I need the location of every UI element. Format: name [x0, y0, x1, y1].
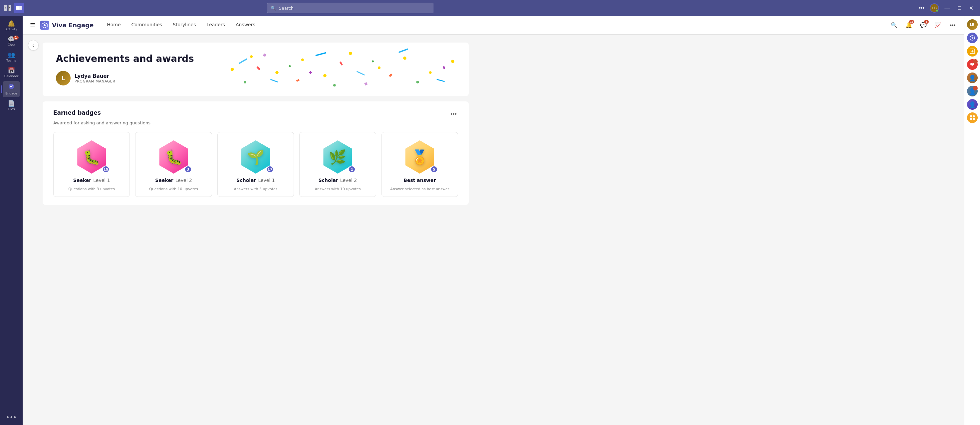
- more-icon: •••: [950, 22, 956, 28]
- badge-name-seeker-l2: Seeker: [155, 178, 173, 183]
- nav-forward-button[interactable]: ›: [8, 5, 11, 11]
- sidebar-item-calendar-label: Calender: [4, 74, 19, 78]
- right-panel-app2[interactable]: [966, 45, 978, 57]
- sidebar-more-button[interactable]: •••: [3, 412, 20, 422]
- engage-notifications-button[interactable]: 🔔 12: [903, 19, 915, 31]
- section-title: Earned badges: [53, 109, 101, 116]
- calendar-icon: 📅: [8, 68, 15, 73]
- badge-name-row-scholar-l2: Scholar Level 2: [318, 178, 357, 183]
- svg-point-8: [378, 67, 380, 69]
- nav-item-home[interactable]: Home: [102, 16, 126, 35]
- badges-more-button[interactable]: •••: [449, 109, 458, 119]
- right-panel-user2[interactable]: 👤: [966, 72, 978, 84]
- badge-desc-scholar-l2: Answers with 10 upvotes: [315, 187, 361, 191]
- teams-logo: [14, 3, 24, 13]
- sidebar-item-teams[interactable]: 👥 Teams: [3, 50, 20, 64]
- rp-badge-4: !: [973, 59, 978, 64]
- right-panel: LB ❤️ ! 👤 👤 !: [964, 16, 980, 425]
- confetti-decoration: [213, 43, 469, 96]
- engage-more-button[interactable]: •••: [947, 19, 959, 31]
- svg-rect-16: [398, 48, 409, 53]
- nav-item-communities[interactable]: Communities: [126, 16, 168, 35]
- badge-card-seeker-l1: 🐛 19 Seeker Level 1 Questions with 3 upv…: [53, 132, 130, 197]
- badge-name-scholar-l1: Scholar: [236, 178, 256, 183]
- badge-count-scholar-l2: 1: [348, 166, 355, 173]
- badge-card-scholar-l1: 🌱 17 Scholar Level 1 Answers with 3 upvo…: [217, 132, 294, 197]
- search-icon: 🔍: [891, 22, 897, 28]
- rp-avatar-5: 👤: [967, 73, 978, 83]
- rp-avatar-2: [967, 33, 978, 43]
- rp-avatar-3: [967, 46, 978, 57]
- engage-hamburger-button[interactable]: ☰: [28, 20, 37, 31]
- engage-search-button[interactable]: 🔍: [888, 19, 900, 31]
- badge-name-seeker-l1: Seeker: [73, 178, 91, 183]
- sidebar-item-engage-label: Engage: [5, 92, 18, 95]
- maximize-button[interactable]: □: [955, 4, 964, 12]
- badge-card-scholar-l2: 🌿 1 Scholar Level 2 Answers with 10 upvo…: [299, 132, 376, 197]
- engage-nav: Home Communities Storylines Leaders Answ…: [102, 16, 261, 35]
- right-panel-user3[interactable]: 👤 !: [966, 85, 978, 97]
- title-bar-controls: ••• LB — □ ✕: [916, 3, 976, 13]
- right-panel-app1[interactable]: [966, 32, 978, 44]
- nav-back-button[interactable]: ‹: [4, 5, 7, 11]
- more-apps-icon: •••: [6, 414, 17, 420]
- right-panel-user4[interactable]: 👤: [966, 98, 978, 110]
- more-options-button[interactable]: •••: [916, 4, 927, 12]
- sidebar-item-engage[interactable]: Engage: [3, 81, 20, 97]
- engage-logo-icon: [40, 21, 49, 30]
- user-info: L Lydya Bauer PROGRAM MANAGER: [56, 71, 455, 86]
- badge-count-best-answer: 5: [430, 166, 438, 173]
- minimize-button[interactable]: —: [942, 4, 952, 12]
- sidebar-item-activity[interactable]: 🔔 Activity: [3, 19, 20, 33]
- badge-name-scholar-l2: Scholar: [318, 178, 338, 183]
- engage-analytics-button[interactable]: 📈: [932, 19, 944, 31]
- badge-name-row-scholar-l1: Scholar Level 1: [236, 178, 275, 183]
- user-name: Lydya Bauer: [75, 73, 115, 79]
- sidebar-bottom: •••: [3, 412, 20, 422]
- rp-badge-6: !: [973, 86, 978, 90]
- svg-rect-34: [970, 118, 972, 120]
- engage-topnav: ☰ Viva Engage Home Communities Storyline…: [23, 16, 964, 35]
- badge-name-row-best-answer: Best answer: [403, 178, 436, 183]
- sidebar-item-activity-label: Activity: [5, 27, 18, 31]
- search-placeholder: Search: [278, 6, 294, 11]
- right-panel-app3[interactable]: ❤️ !: [966, 59, 978, 70]
- engage-logo: Viva Engage: [40, 21, 94, 30]
- badge-count-scholar-l1: 17: [266, 166, 274, 173]
- online-indicator: [936, 9, 939, 12]
- nav-item-storylines[interactable]: Storylines: [167, 16, 201, 35]
- engage-messages-button[interactable]: 💬 5: [918, 19, 929, 31]
- title-bar-search[interactable]: 🔍 Search: [267, 3, 433, 13]
- messages-badge: 5: [924, 20, 929, 24]
- engage-container: ☰ Viva Engage Home Communities Storyline…: [23, 16, 964, 425]
- badges-grid: 🐛 19 Seeker Level 1 Questions with 3 upv…: [53, 132, 458, 197]
- badge-level-seeker-l1: Level 1: [93, 178, 110, 183]
- nav-item-leaders[interactable]: Leaders: [201, 16, 231, 35]
- right-panel-app4[interactable]: [966, 112, 978, 124]
- badge-icon-seeker-l1: 🐛 19: [75, 140, 108, 174]
- nav-arrows: ‹ ›: [4, 5, 11, 11]
- user-avatar-titlebar[interactable]: LB: [930, 3, 939, 13]
- sidebar-item-chat[interactable]: 💬 Chat 1: [3, 34, 20, 49]
- badge-level-scholar-l2: Level 2: [340, 178, 357, 183]
- search-icon: 🔍: [270, 6, 276, 11]
- sidebar-item-calendar[interactable]: 📅 Calender: [3, 65, 20, 80]
- nav-item-answers[interactable]: Answers: [231, 16, 261, 35]
- badges-section: Earned badges ••• Awarded for asking and…: [43, 101, 469, 205]
- back-button[interactable]: ‹: [28, 40, 39, 51]
- close-button[interactable]: ✕: [966, 4, 976, 13]
- hero-section: Achievements and awards L Lydya Bauer PR…: [43, 43, 469, 96]
- sidebar-item-chat-label: Chat: [8, 43, 15, 46]
- rp-avatar-7: 👤: [967, 99, 978, 110]
- engage-icon: [8, 83, 14, 91]
- badge-level-seeker-l2: Level 2: [175, 178, 192, 183]
- badge-desc-seeker-l1: Questions with 3 upvotes: [68, 187, 115, 191]
- section-title-area: Earned badges: [53, 109, 101, 116]
- page-content: Achievements and awards L Lydya Bauer PR…: [23, 35, 488, 213]
- badge-level-scholar-l1: Level 1: [258, 178, 275, 183]
- right-panel-user1[interactable]: LB: [966, 19, 978, 30]
- rp-avatar-8: [967, 113, 978, 123]
- sidebar-item-files-label: Files: [8, 107, 15, 111]
- sidebar-item-files[interactable]: 📄 Files: [3, 98, 20, 113]
- badge-card-best-answer: 🏅 5 Best answer Answer selected as best …: [382, 132, 458, 197]
